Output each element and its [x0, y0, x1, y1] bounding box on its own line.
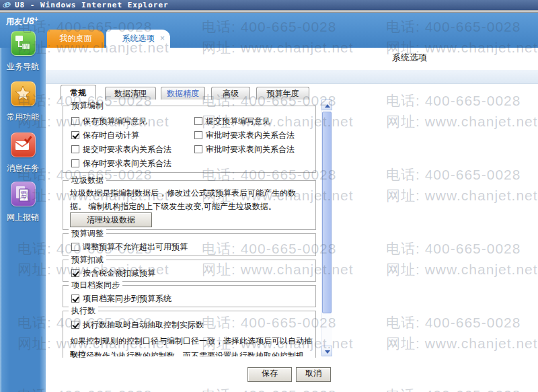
group-execution: 执行数 执行数抽取时自动抽取控制实际数 如果控制规则的控制口径与编制口径一致，选…: [63, 311, 316, 358]
app-header: 用友U8+ 我的桌面 系统选项 ×: [0, 13, 538, 48]
group-title: 预算编制: [69, 101, 106, 110]
checkbox-approve-inter-table-valid[interactable]: 审批时要求表间关系合法: [194, 144, 295, 155]
scroll-up-button[interactable]: [321, 100, 332, 110]
checkbox-deduct-with-tax[interactable]: 按含税金额扣减预算: [71, 268, 155, 278]
checkbox[interactable]: [71, 243, 79, 251]
settings-scroll-area: 预算编制 保存预算编写意见 保存时自动计算 提交时要求表内关系合法 保存时要求表…: [59, 101, 321, 358]
tab-budget-year[interactable]: 预算年度: [256, 87, 309, 100]
group-garbage-data: 垃圾数据 垃圾数据是指编制数据后，修改过公式或预算表后可能产生的数据。 编制机构…: [63, 180, 316, 230]
group-budget-adjust: 预算调整 调整预算不允许超出可用预算: [63, 233, 316, 256]
group-project-sync: 项目档案同步 项目档案同步到预算系统: [63, 285, 316, 307]
execution-description-clipped: 制口径数作为执行数的控制数，而不需要设置执行数抽取的控制规则。: [70, 350, 312, 356]
save-button[interactable]: 保存: [247, 367, 292, 382]
checkbox-project-sync[interactable]: 项目档案同步到预算系统: [71, 293, 171, 304]
checkbox-approve-intra-table-valid[interactable]: 审批时要求表内关系合法: [194, 130, 295, 141]
sidebar-item-label: 消息任务: [0, 163, 46, 174]
checkbox-label: 保存时要求表间关系合法: [83, 158, 171, 169]
sidebar-item-label: 常用功能: [0, 112, 46, 123]
yonyou-u8-logo: 用友U8+: [6, 15, 38, 28]
checkbox[interactable]: [71, 269, 79, 277]
internet-explorer-icon: e: [3, 1, 11, 9]
group-title: 执行数: [69, 306, 98, 315]
checkbox-save-budget-opinion[interactable]: 保存预算编写意见: [71, 116, 147, 126]
checkbox-label: 审批时要求表内关系合法: [206, 130, 295, 141]
options-tabstrip: 常规 数据清理 数据精度 高级 预算年度: [46, 85, 538, 100]
cancel-button[interactable]: 取消: [296, 367, 331, 382]
window-title: U8 - Windows Internet Explorer: [15, 1, 169, 9]
checkbox-label: 项目档案同步到预算系统: [83, 293, 171, 305]
checkbox[interactable]: [71, 131, 79, 139]
sidebar-item-label: 网上报销: [0, 212, 46, 223]
star-icon: [11, 81, 36, 106]
checkbox[interactable]: [71, 295, 79, 303]
checkbox-label: 保存预算编写意见: [83, 116, 147, 127]
close-icon[interactable]: ×: [160, 30, 165, 47]
sidebar-item-common-functions[interactable]: 常用功能: [0, 81, 46, 123]
checkbox-submit-intra-table-valid[interactable]: 提交时要求表内关系合法: [71, 144, 171, 155]
checkbox[interactable]: [194, 117, 202, 125]
checkbox-label: 提交时要求表内关系合法: [83, 144, 171, 155]
checkbox[interactable]: [194, 131, 202, 139]
tab-system-options[interactable]: 系统选项 ×: [106, 30, 170, 48]
tab-label: 我的桌面: [60, 34, 92, 43]
sidebar-item-message-tasks[interactable]: 消息任务: [0, 132, 46, 174]
tab-my-desktop[interactable]: 我的桌面: [47, 30, 104, 48]
toolbar-band: [46, 70, 538, 84]
tab-data-cleanup[interactable]: 数据清理: [105, 87, 156, 100]
checkbox-label: 执行数抽取时自动抽取控制实际数: [83, 319, 204, 331]
checkbox[interactable]: [71, 321, 79, 329]
scrollbar-thumb[interactable]: [322, 112, 332, 313]
group-title: 预算扣减: [69, 255, 106, 264]
checkbox-auto-calc-on-save[interactable]: 保存时自动计算: [71, 130, 139, 141]
checkbox-label: 按含税金额扣减预算: [83, 268, 155, 279]
app-window: e U8 - Windows Internet Explorer 用友U8+ 我…: [0, 0, 538, 392]
tab-data-precision[interactable]: 数据精度: [161, 87, 205, 100]
checkbox-adjust-not-exceed[interactable]: 调整预算不允许超出可用预算: [71, 241, 188, 252]
checkbox[interactable]: [194, 145, 202, 153]
tab-general[interactable]: 常规: [61, 85, 96, 100]
tab-label: 系统选项: [122, 34, 155, 43]
checkbox-label: 保存时自动计算: [83, 130, 139, 141]
checkbox-save-inter-table-valid[interactable]: 保存时要求表间关系合法: [71, 158, 171, 169]
group-title: 预算调整: [69, 229, 106, 238]
main-content: 系统选项 常规 数据清理 数据精度 高级 预算年度 预算编制 保存预算编写意见 …: [46, 48, 538, 392]
window-titlebar: e U8 - Windows Internet Explorer: [0, 0, 538, 10]
sidebar-item-label: 业务导航: [0, 61, 46, 73]
docs-icon: [11, 182, 36, 206]
garbage-description: 垃圾数据是指编制数据后，修改过公式或预算表后可能产生的数据。 编制机构指定的上下…: [70, 186, 311, 213]
clean-garbage-data-button[interactable]: 清理垃圾数据: [70, 212, 152, 227]
triangle-up-icon: [325, 104, 330, 108]
group-budget-compile: 预算编制 保存预算编写意见 保存时自动计算 提交时要求表内关系合法 保存时要求表…: [63, 106, 316, 173]
scroll-down-button[interactable]: [321, 346, 332, 356]
mail-icon: [11, 132, 36, 157]
triangle-down-icon: [325, 350, 330, 354]
tab-advanced[interactable]: 高级: [211, 87, 250, 100]
checkbox[interactable]: [71, 145, 79, 153]
checkbox-auto-extract-control[interactable]: 执行数抽取时自动抽取控制实际数: [71, 319, 204, 330]
sidebar: 业务导航 常用功能 消息任务: [0, 48, 46, 392]
checkbox[interactable]: [71, 117, 79, 125]
checkbox[interactable]: [71, 159, 79, 167]
group-title: 项目档案同步: [69, 280, 122, 290]
group-title: 垃圾数据: [69, 175, 106, 185]
checkbox-label: 提交预算编写意见: [206, 116, 270, 127]
org-nav-icon: [11, 31, 36, 56]
page-title: 系统选项: [392, 52, 427, 64]
sidebar-item-business-nav[interactable]: 业务导航: [0, 31, 46, 73]
checkbox-label: 调整预算不允许超出可用预算: [83, 241, 188, 253]
group-budget-deduct: 预算扣减 按含税金额扣减预算: [63, 260, 316, 282]
vertical-scrollbar: [321, 100, 332, 356]
checkbox-submit-budget-opinion[interactable]: 提交预算编写意见: [194, 116, 270, 126]
checkbox-label: 审批时要求表间关系合法: [206, 144, 295, 155]
sidebar-item-online-reimbursement[interactable]: 网上报销: [0, 182, 46, 223]
